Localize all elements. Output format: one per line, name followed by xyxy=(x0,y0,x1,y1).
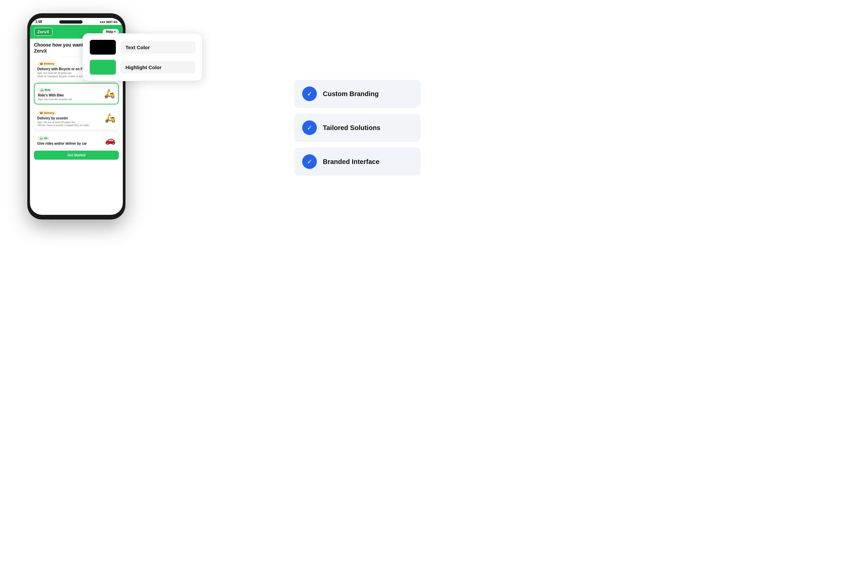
feature-branded-interface: ✓ Branded Interface xyxy=(294,148,421,175)
ride-icon: 🛵 xyxy=(40,88,44,91)
card-desc: Age: You are at least 19 years old.Vehic… xyxy=(37,121,105,127)
feature-label-tailored-solutions: Tailored Solutions xyxy=(323,124,381,132)
features-list: ✓ Custom Branding ✓ Tailored Solutions ✓… xyxy=(294,80,421,175)
check-icon: ✓ xyxy=(302,154,317,169)
all-icon: 🛵 xyxy=(40,137,43,140)
highlight-color-row: Highlight Color xyxy=(90,59,195,75)
highlight-color-swatch[interactable] xyxy=(90,59,116,75)
card-ride-bike[interactable]: 🛵 Ride Ride's With Bike Age: You must be… xyxy=(34,83,119,105)
badge-delivery: 📦 Delivery xyxy=(37,62,56,66)
card-car[interactable]: 🛵 All Give rides and/or deliver by car 🚗 xyxy=(34,132,119,149)
text-color-label[interactable]: Text Color xyxy=(121,41,195,53)
signal-icon: ●●● xyxy=(100,20,105,24)
color-picker-popup: Text Color Highlight Color xyxy=(83,33,202,81)
badge-all: 🛵 All xyxy=(37,136,50,140)
text-color-swatch[interactable] xyxy=(90,40,116,55)
check-icon: ✓ xyxy=(302,120,317,135)
notch xyxy=(59,20,83,24)
card-delivery-scooter[interactable]: 📦 Delivery Delivery by scooter Age: You … xyxy=(34,106,119,130)
highlight-color-label[interactable]: Highlight Color xyxy=(121,61,195,74)
feature-custom-branding: ✓ Custom Branding xyxy=(294,80,421,108)
delivery-icon: 📦 xyxy=(40,111,43,114)
card-image: 🛵 xyxy=(105,113,115,123)
card-title: Delivery by scooter xyxy=(37,116,105,120)
card-left: 📦 Delivery Delivery by scooter Age: You … xyxy=(37,109,105,127)
card-left: 🛵 All Give rides and/or deliver by car xyxy=(37,134,105,146)
delivery-icon: 📦 xyxy=(40,62,43,65)
card-image: 🚗 xyxy=(105,135,115,145)
status-time: 1:58 xyxy=(35,20,42,24)
feature-label-custom-branding: Custom Branding xyxy=(323,90,379,98)
cta-button[interactable]: Get Started xyxy=(34,151,119,160)
check-icon: ✓ xyxy=(302,87,317,101)
badge-ride: 🛵 Ride xyxy=(38,88,53,92)
app-logo: ZervX xyxy=(34,28,53,36)
feature-label-branded-interface: Branded Interface xyxy=(323,158,379,166)
feature-tailored-solutions: ✓ Tailored Solutions xyxy=(294,114,421,141)
status-bar: 1:58 ●●● WiFi 5G xyxy=(30,18,123,25)
chevron-down-icon: ▾ xyxy=(114,30,115,33)
wifi-icon: WiFi xyxy=(106,20,112,24)
status-icons: ●●● WiFi 5G xyxy=(100,20,118,24)
text-color-row: Text Color xyxy=(90,40,195,55)
card-title: Ride's With Bike xyxy=(38,93,104,97)
card-image: 🛵 xyxy=(104,88,115,99)
card-left: 🛵 Ride Ride's With Bike Age: You must be… xyxy=(38,86,104,101)
card-title: Give rides and/or deliver by car xyxy=(37,141,105,145)
card-desc: Age: You must be 19 years old. xyxy=(38,98,104,101)
badge-delivery: 📦 Delivery xyxy=(37,111,56,115)
battery-icon: 5G xyxy=(114,20,118,24)
